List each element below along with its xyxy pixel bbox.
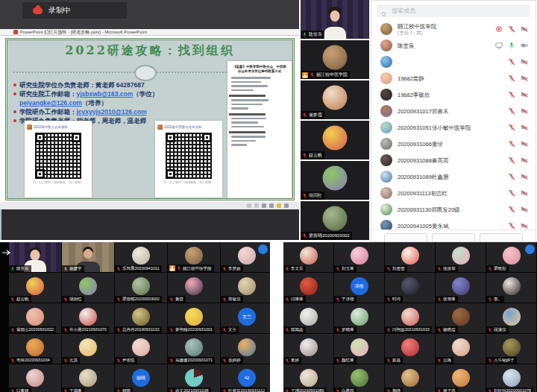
statusbar-icon[interactable] (247, 203, 251, 208)
video-tile[interactable]: 白雅琪 (334, 364, 384, 392)
mic-off-icon[interactable] (508, 173, 515, 180)
participant-row[interactable]: 19682芸静 (371, 70, 536, 86)
mic-on-icon[interactable] (508, 42, 515, 49)
video-tile[interactable]: 翁雨山20200931022 (9, 303, 61, 333)
video-tile[interactable]: 尹香悦 (115, 334, 167, 364)
video-tile[interactable]: 42叶俊霞20190931112 (221, 364, 270, 392)
video-tile[interactable]: 泽楷于泽楷 (334, 273, 384, 303)
video-tile[interactable]: 刘玉琳 (334, 242, 384, 272)
view-normal-icon[interactable] (262, 203, 266, 208)
mic-off-icon[interactable] (508, 91, 515, 98)
mic-off-icon[interactable] (508, 157, 515, 164)
video-tile[interactable]: 罗晓琳 (334, 303, 384, 333)
mic-off-icon[interactable] (508, 58, 515, 66)
video-tile[interactable]: 梁雨晴20200933002 (115, 273, 167, 303)
video-tile[interactable]: 杨建宇 (62, 242, 114, 272)
video-tile[interactable]: 陈笠良 (9, 242, 61, 272)
video-tile[interactable]: 丽江校中医学院 (301, 40, 369, 79)
statusbar-icon[interactable] (254, 203, 259, 208)
mic-off-icon[interactable] (508, 189, 515, 197)
video-tile[interactable]: 李文乐 (283, 242, 333, 272)
pager-badge[interactable] (525, 244, 535, 254)
mic-off-icon[interactable] (508, 140, 515, 148)
camera-off-icon[interactable] (521, 189, 528, 197)
video-tile[interactable]: 杨晓霞 (436, 303, 486, 333)
video-tile[interactable]: 八斗铭婷子 (486, 334, 536, 364)
video-tile[interactable]: 文兰文兰 (221, 303, 270, 333)
footer-button[interactable] (432, 233, 475, 242)
participant-row[interactable]: 19682李敬欣 (371, 86, 536, 103)
email-link[interactable]: jcyxyyjs2010@126.com (77, 108, 147, 116)
camera-off-icon[interactable] (521, 157, 528, 164)
video-tile[interactable]: 许小雅20210931070 (62, 303, 114, 333)
video-tile[interactable]: 元淇 (62, 334, 114, 364)
video-tile[interactable]: 王瑾20200931080 (283, 364, 333, 392)
video-tile[interactable]: 张温华 (436, 242, 486, 272)
view-slideshow-icon[interactable] (277, 203, 281, 208)
camera-off-icon[interactable] (521, 75, 528, 82)
video-tile[interactable]: 陈闻晶 (283, 303, 333, 333)
search-box[interactable] (377, 4, 530, 17)
video-tile[interactable]: 武文20210931038 (168, 364, 220, 392)
video-tile[interactable]: 丽江校中医学院 (168, 242, 220, 272)
video-tile[interactable]: 赵云帆 (301, 121, 369, 159)
video-tile[interactable]: 段潇仪 (486, 303, 536, 333)
video-tile[interactable]: 云梅 (436, 334, 486, 364)
video-tile[interactable]: 口蔓丽 (9, 364, 61, 392)
search-input[interactable] (390, 7, 526, 15)
zoom-icon[interactable] (284, 203, 289, 208)
video-tile[interactable]: 黄婷 (283, 334, 333, 364)
participant-row[interactable]: . (371, 54, 536, 70)
participant-row[interactable]: 20200931066黄珍 (371, 136, 536, 152)
camera-on-icon[interactable] (521, 42, 528, 49)
pager-badge[interactable] (258, 244, 268, 254)
video-tile[interactable]: 韦玲20200931034 (9, 334, 61, 364)
video-tile[interactable]: 丽晴丽晴 (115, 364, 167, 392)
video-tile[interactable]: 梁雨晴20200933002 (301, 201, 369, 240)
mic-off-icon[interactable] (508, 206, 515, 213)
screen-share-icon[interactable] (495, 42, 503, 49)
video-tile[interactable]: 魏红琳 (334, 334, 384, 364)
video-tile[interactable]: 闫琳琳 (283, 273, 333, 303)
camera-off-icon[interactable] (521, 25, 528, 33)
video-tile[interactable]: 刘欣怡20200931078 (486, 364, 536, 392)
video-tile[interactable]: 胡玥红 (62, 273, 114, 303)
mic-off-icon[interactable] (508, 107, 515, 115)
video-tile[interactable]: 王瑞琳 (62, 364, 114, 392)
mic-off-icon[interactable] (508, 25, 515, 33)
participant-row[interactable]: 20200931113初吉红 (371, 185, 536, 201)
video-tile[interactable]: 总冉冉20190931132 (115, 303, 167, 333)
camera-off-icon[interactable] (521, 140, 528, 148)
recording-indicator-icon[interactable] (495, 25, 503, 33)
camera-off-icon[interactable] (521, 124, 528, 131)
video-tile[interactable]: 赵云帆 (9, 273, 61, 303)
participant-row[interactable]: 20200931130郑雨发20级 (371, 201, 536, 218)
email-link[interactable]: peiyangke@126.com (19, 99, 82, 107)
video-tile[interactable]: 马姗姗20200931071 (168, 334, 220, 364)
view-sorter-icon[interactable] (269, 203, 274, 208)
footer-button[interactable] (384, 233, 427, 242)
recording-badge[interactable]: 录制中 (22, 2, 127, 19)
participant-row[interactable]: 20200931088姜芮芮 (371, 152, 536, 168)
email-link[interactable]: yjsbxwb@163.com (77, 90, 134, 98)
video-tile[interactable]: 胡玥红 (301, 161, 369, 200)
video-tile[interactable]: 黄明翰20200931001 (168, 303, 220, 333)
video-tile[interactable]: 时珂 (385, 273, 435, 303)
participant-row[interactable]: 20200931089杜鑫朋 (371, 168, 536, 185)
camera-off-icon[interactable] (521, 206, 528, 213)
video-tile[interactable]: 乐韩晨20200941011 (115, 242, 167, 272)
video-tile[interactable]: 蒹葭 (168, 273, 220, 303)
participant-row[interactable]: 20200931017郭睿禾 (371, 103, 536, 119)
camera-off-icon[interactable] (521, 107, 528, 115)
video-tile[interactable]: 张雪琳 (436, 273, 486, 303)
video-tile[interactable]: 崔梦霞 (301, 80, 369, 119)
camera-off-icon[interactable] (521, 91, 528, 98)
video-tile[interactable]: 新磊 (385, 334, 435, 364)
video-tile[interactable]: 陈笠良 (301, 0, 369, 39)
mic-off-icon[interactable] (508, 75, 515, 82)
camera-off-icon[interactable] (521, 222, 528, 230)
video-tile[interactable]: 刘雯雯 (385, 242, 435, 272)
participant-row[interactable]: 20200931051张小敏中医学院 (371, 119, 536, 136)
video-tile[interactable]: 柳琦 (385, 364, 435, 392)
video-tile[interactable]: 谢子琪 (436, 364, 486, 392)
